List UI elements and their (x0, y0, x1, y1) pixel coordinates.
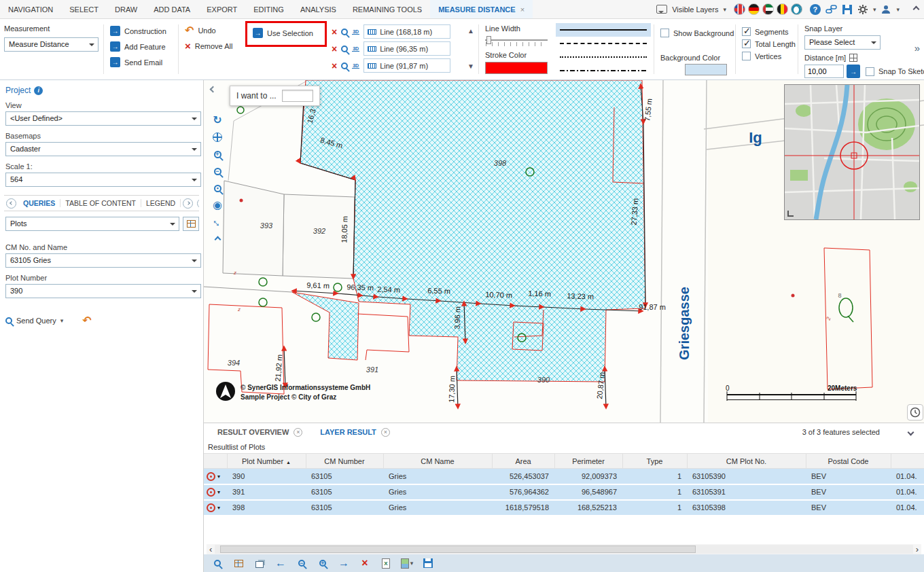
user-caret-icon[interactable]: ▾ (896, 6, 900, 13)
distance-grid-icon[interactable] (849, 54, 857, 62)
basemaps-dropdown[interactable]: Cadaster (5, 142, 201, 156)
sidebar-tab-queries[interactable]: QUERIES (18, 199, 60, 207)
delete-measure-icon[interactable]: × (332, 60, 337, 71)
rotate-icon[interactable]: ↻ (209, 113, 226, 128)
tab-draw[interactable]: DRAW (107, 0, 145, 18)
snap-layer-dropdown[interactable]: Please Select (804, 35, 881, 50)
zoom-to-measure-icon[interactable] (341, 46, 348, 52)
tab-editing[interactable]: EDITING (245, 0, 292, 18)
highlight-feature-icon[interactable] (207, 488, 215, 497)
full-extent-icon[interactable]: ↔ (209, 215, 226, 230)
zoom-to-measure-icon[interactable] (341, 29, 348, 35)
add-tab-icon[interactable]: + (197, 198, 199, 209)
scroll-left-icon[interactable]: ‹ (207, 545, 215, 554)
line-width-slider-thumb[interactable] (486, 36, 491, 44)
sidebar-tab-legend[interactable]: LEGEND (141, 199, 181, 207)
table-row[interactable]: ▾39063105Gries526,45303792,0093731631053… (204, 469, 924, 484)
collapse-results-icon[interactable] (908, 429, 914, 435)
background-color-swatch[interactable] (685, 64, 727, 75)
delete-measure-icon[interactable]: × (332, 26, 337, 37)
help-icon[interactable]: ? (810, 4, 821, 15)
line-style-dotted[interactable] (556, 50, 651, 64)
remove-all-button[interactable]: ×Remove All (185, 41, 232, 51)
center-map-icon[interactable]: ◉ (209, 198, 226, 213)
column-header-extra[interactable] (891, 454, 924, 469)
close-result-overview-icon[interactable]: × (294, 428, 302, 437)
line-style-solid[interactable] (556, 23, 651, 37)
next-record-icon[interactable]: → (337, 556, 351, 570)
measurement-mode-dropdown[interactable]: Measure Distance (4, 37, 99, 52)
tab-remaining-tools[interactable]: REMAINING TOOLS (344, 0, 430, 18)
overview-map[interactable] (784, 84, 920, 220)
plot-number-dropdown[interactable]: 390 (5, 284, 201, 298)
previous-record-icon[interactable]: ← (274, 556, 287, 570)
image-export-icon[interactable]: ▾ (400, 556, 414, 570)
row-menu-icon[interactable]: ▾ (217, 473, 220, 480)
close-tab-icon[interactable]: × (520, 5, 525, 14)
flag-germany[interactable] (748, 3, 760, 15)
row-menu-icon[interactable]: ▾ (217, 489, 220, 495)
scale-dropdown[interactable]: 564 (5, 173, 201, 187)
column-header-type[interactable]: Type (622, 454, 687, 469)
link-icon[interactable] (825, 3, 837, 15)
table-row[interactable]: ▾39863105Gries1618,579518168,52521316310… (204, 500, 924, 516)
cm-dropdown[interactable]: 63105 Gries (5, 253, 201, 268)
delete-measure-icon[interactable]: × (332, 43, 337, 54)
column-header-postal-code[interactable]: Postal Code (806, 454, 891, 469)
flag-uae[interactable] (762, 3, 774, 15)
user-icon[interactable] (881, 4, 891, 15)
reset-query-icon[interactable]: ↶ (82, 316, 91, 325)
stroke-color-swatch[interactable] (485, 62, 548, 74)
row-menu-icon[interactable]: ▾ (217, 505, 220, 511)
measure-list-scroll-down-icon[interactable]: ▼ (467, 62, 474, 70)
save-project-icon[interactable] (842, 4, 853, 15)
scroll-right-icon[interactable]: › (913, 545, 921, 554)
column-header-plot-number[interactable]: Plot Number▲ (227, 454, 306, 469)
flag-turkey[interactable] (791, 3, 802, 15)
zoom-out-icon[interactable]: − (295, 556, 308, 570)
profile-3d-icon[interactable]: 3D (352, 63, 359, 69)
construction-button[interactable]: →Construction (110, 26, 166, 36)
add-feature-button[interactable]: →Add Feature (110, 41, 166, 52)
tab-export[interactable]: EXPORT (198, 0, 245, 18)
i-want-to-input[interactable] (282, 90, 313, 102)
table-row[interactable]: ▾39163105Gries576,96436296,5489671631053… (204, 484, 924, 500)
query-table-button[interactable] (183, 217, 199, 231)
measure-entry[interactable]: Line (96,35 m) (363, 41, 450, 56)
clear-selection-icon[interactable]: × (358, 556, 372, 570)
distance-input[interactable] (804, 65, 844, 78)
visible-layers-caret-icon[interactable]: ▾ (723, 6, 726, 13)
globe-icon[interactable] (209, 130, 226, 145)
tabs-scroll-left-icon[interactable] (6, 198, 16, 209)
tab-select[interactable]: SELECT (61, 0, 107, 18)
copy-result-icon[interactable] (253, 556, 266, 570)
excel-export-icon[interactable]: X (379, 556, 393, 570)
ribbon-expand-icon[interactable]: » (914, 42, 920, 54)
show-background-checkbox[interactable]: Show Background (660, 29, 739, 37)
collapse-ribbon-icon[interactable] (913, 6, 920, 13)
tab-result-overview[interactable]: RESULT OVERVIEW × (217, 428, 302, 437)
checkbox-segments[interactable]: Segments (742, 27, 796, 36)
highlight-feature-icon[interactable] (207, 472, 215, 481)
zoom-in-icon[interactable]: + (209, 147, 226, 162)
horizontal-scrollbar[interactable]: ‹ › (207, 544, 921, 554)
i-want-to-widget[interactable]: I want to ... (230, 86, 320, 106)
column-header-cm-plot-no-[interactable]: CM Plot No. (687, 454, 806, 469)
tab-measure-distance[interactable]: MEASURE DISTANCE× (430, 0, 533, 18)
view-dropdown[interactable]: <User Defined> (5, 111, 201, 126)
measure-list-scroll-up-icon[interactable]: ▲ (467, 27, 474, 35)
collapse-tools-icon[interactable] (209, 232, 226, 247)
measure-entry[interactable]: Line (168,18 m) (363, 24, 450, 39)
gear-icon[interactable] (857, 4, 868, 15)
attribute-table-icon[interactable] (232, 556, 245, 570)
measure-entry[interactable]: Line (91,87 m) (363, 58, 450, 73)
send-query-button[interactable]: Send Query ▾ ↶ (5, 316, 199, 325)
undo-button[interactable]: ↶Undo (185, 26, 232, 35)
tab-layer-result[interactable]: LAYER RESULT × (320, 428, 390, 437)
tab-add-data[interactable]: ADD DATA (145, 0, 198, 18)
query-dropdown[interactable]: Plots (5, 217, 179, 231)
column-header-cm-number[interactable]: CM Number (306, 454, 383, 469)
column-header-cm-name[interactable]: CM Name (383, 454, 492, 469)
line-style-dashed[interactable] (556, 37, 651, 50)
save-result-icon[interactable] (421, 556, 435, 570)
